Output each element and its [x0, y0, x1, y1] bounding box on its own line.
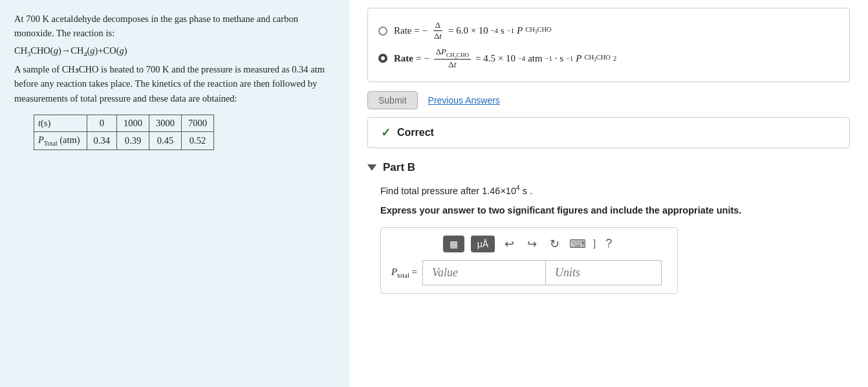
- table-header-0: 0: [87, 115, 116, 131]
- rate-option-1-math: Rate = − Δ Δt = 6.0 × 10 −4 s −1 PCH3CHO: [394, 20, 552, 41]
- table-val-034: 0.34: [87, 131, 116, 149]
- part-b-collapse-icon[interactable]: [367, 164, 376, 171]
- mu-label: μÅ: [477, 239, 488, 249]
- left-panel: At 700 K acetaldehyde decomposes in the …: [0, 0, 349, 387]
- correct-text: Correct: [397, 127, 434, 138]
- express-text: Express your answer to two significant f…: [380, 204, 850, 218]
- answer-input-box: ▦ μÅ ↩ ↪ ↻ ⌨ ] ? Ptotal =: [380, 227, 678, 294]
- table-header-3000: 3000: [149, 115, 181, 131]
- table-val-045: 0.45: [149, 131, 181, 149]
- keyboard-icon: ⌨: [569, 237, 586, 251]
- rate-option-1-radio[interactable]: [378, 27, 387, 36]
- rate-options-box: Rate = − Δ Δt = 6.0 × 10 −4 s −1 PCH3CHO…: [367, 8, 850, 82]
- part-b-label: Part B: [383, 161, 415, 174]
- table-val-039: 0.39: [116, 131, 149, 149]
- rate-option-2-row[interactable]: Rate = − ΔPCH3CHO Δt = 4.5 × 10−4 atm−1 …: [378, 47, 839, 70]
- description-text: A sample of CH₃CHO is heated to 700 K an…: [14, 62, 335, 105]
- units-input[interactable]: [545, 260, 662, 285]
- find-text: Find total pressure after 1.46×104 s .: [380, 183, 850, 199]
- previous-answers-link[interactable]: Previous Answers: [428, 95, 500, 105]
- part-b-content: Find total pressure after 1.46×104 s . E…: [367, 183, 850, 293]
- rate-option-1-row[interactable]: Rate = − Δ Δt = 6.0 × 10 −4 s −1 PCH3CHO: [378, 20, 839, 41]
- table-val-052: 0.52: [181, 131, 213, 149]
- bracket-icon: ]: [592, 238, 596, 250]
- matrix-button[interactable]: ▦: [443, 236, 464, 252]
- submit-row: Submit Previous Answers: [367, 91, 850, 109]
- table-label-pressure: PTotal (atm): [34, 131, 87, 149]
- rate-option-2-radio[interactable]: [378, 54, 387, 63]
- mu-button[interactable]: μÅ: [471, 236, 495, 252]
- redo-button[interactable]: ↪: [524, 236, 540, 252]
- part-b-header: Part B: [367, 161, 850, 174]
- toolbar-row: ▦ μÅ ↩ ↪ ↻ ⌨ ] ?: [391, 236, 667, 252]
- reaction-line: CH3CHO(g)→CH4(g)+CO(g): [14, 43, 335, 60]
- table-header-1000: 1000: [116, 115, 149, 131]
- value-input[interactable]: [422, 260, 545, 285]
- right-panel: Rate = − Δ Δt = 6.0 × 10 −4 s −1 PCH3CHO…: [349, 0, 868, 387]
- table-header-7000: 7000: [181, 115, 213, 131]
- check-icon: ✓: [381, 126, 391, 140]
- refresh-button[interactable]: ↻: [547, 236, 563, 252]
- submit-button[interactable]: Submit: [367, 91, 418, 109]
- input-row: Ptotal =: [391, 260, 667, 285]
- data-table: t(s) 0 1000 3000 7000 PTotal (atm) 0.34 …: [34, 115, 214, 150]
- matrix-icon: ▦: [450, 239, 458, 249]
- intro-text: At 700 K acetaldehyde decomposes in the …: [14, 12, 335, 41]
- table-header-t: t(s): [34, 115, 87, 131]
- rate-option-2-math: Rate = − ΔPCH3CHO Δt = 4.5 × 10−4 atm−1 …: [394, 47, 616, 70]
- correct-box: ✓ Correct: [367, 117, 850, 148]
- undo-button[interactable]: ↩: [501, 236, 517, 252]
- help-button[interactable]: ?: [602, 236, 615, 252]
- p-total-label: Ptotal =: [391, 267, 417, 279]
